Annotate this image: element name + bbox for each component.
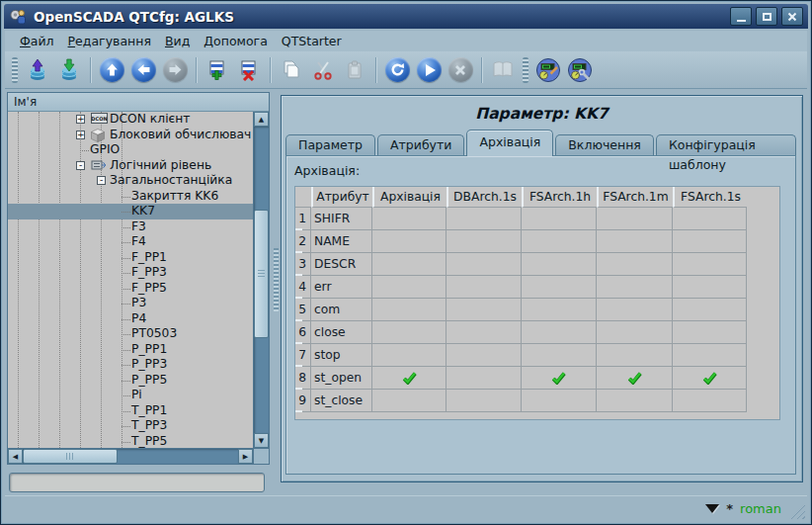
load-from-db-button[interactable] bbox=[23, 55, 52, 85]
archive-check-cell[interactable] bbox=[447, 299, 522, 321]
tray-triangle-icon[interactable] bbox=[705, 504, 719, 513]
attribute-cell[interactable]: DESCR bbox=[311, 253, 372, 276]
archive-check-cell[interactable] bbox=[522, 208, 597, 230]
menu-file[interactable]: Файл bbox=[13, 32, 61, 50]
scroll-track[interactable] bbox=[23, 449, 238, 464]
tree-item-dcon[interactable]: +DCONDCON клієнт bbox=[8, 112, 253, 128]
archive-check-cell[interactable] bbox=[372, 276, 447, 299]
column-header[interactable]: Архівація bbox=[372, 187, 447, 208]
tree-item-ppp5[interactable]: P_PP5 bbox=[8, 373, 253, 389]
tree-item-fpp3[interactable]: F_PP3 bbox=[8, 265, 253, 281]
collapse-icon[interactable]: - bbox=[97, 176, 106, 185]
menu-help[interactable]: Допомога bbox=[197, 32, 275, 50]
attribute-cell[interactable]: close bbox=[311, 321, 372, 344]
archive-check-cell[interactable] bbox=[597, 208, 673, 230]
resize-grip[interactable] bbox=[790, 504, 805, 519]
scroll-up-button[interactable]: ▲ bbox=[254, 112, 269, 127]
menu-qtstarter[interactable]: QTStarter bbox=[275, 32, 349, 50]
archive-check-cell[interactable] bbox=[673, 390, 747, 412]
tree-item-p4[interactable]: P4 bbox=[8, 311, 253, 327]
archive-check-cell[interactable] bbox=[447, 253, 522, 276]
attribute-cell[interactable]: SHIFR bbox=[311, 208, 372, 230]
archive-check-cell[interactable] bbox=[522, 321, 597, 344]
archive-check-cell[interactable] bbox=[522, 230, 597, 253]
tree-item-fpp1[interactable]: F_PP1 bbox=[8, 250, 253, 266]
archive-check-cell[interactable] bbox=[372, 390, 447, 412]
column-header[interactable]: FSArch.1m bbox=[597, 187, 673, 208]
archive-check-cell[interactable] bbox=[673, 344, 747, 367]
archive-check-cell[interactable] bbox=[372, 299, 447, 321]
titlebar[interactable]: OpenSCADA QTCfg: AGLKS bbox=[4, 4, 808, 29]
scroll-track[interactable] bbox=[254, 127, 269, 433]
archive-check-cell[interactable] bbox=[597, 367, 673, 390]
refresh-button[interactable] bbox=[382, 55, 412, 85]
row-number[interactable]: 4 bbox=[295, 276, 311, 299]
archive-check-cell[interactable] bbox=[372, 230, 447, 253]
attribute-cell[interactable]: NAME bbox=[311, 230, 372, 253]
archive-check-cell[interactable] bbox=[522, 367, 597, 390]
archive-check-cell[interactable] bbox=[372, 253, 447, 276]
collapse-icon[interactable]: - bbox=[76, 161, 85, 170]
column-header[interactable]: FSArch.1h bbox=[522, 187, 597, 208]
minimize-button[interactable] bbox=[730, 7, 752, 26]
archive-check-cell[interactable] bbox=[447, 230, 522, 253]
tree-item-node[interactable]: -Загальностанційка bbox=[8, 173, 253, 189]
qtstarter-qtcfg-button[interactable] bbox=[533, 55, 563, 85]
tab-конфігурація-шаблону[interactable]: Конфігурація шаблону bbox=[656, 134, 796, 155]
tree-item-tpp1[interactable]: T_PP1 bbox=[8, 403, 253, 419]
archive-check-cell[interactable] bbox=[372, 321, 447, 344]
attribute-cell[interactable]: err bbox=[311, 276, 372, 299]
archive-check-cell[interactable] bbox=[597, 230, 673, 253]
archive-check-cell[interactable] bbox=[597, 344, 673, 367]
archive-check-cell[interactable] bbox=[673, 367, 747, 390]
item-add-button[interactable] bbox=[203, 55, 232, 85]
row-number[interactable]: 3 bbox=[295, 253, 311, 276]
table-corner-header[interactable] bbox=[295, 187, 311, 208]
go-up-button[interactable] bbox=[97, 55, 126, 85]
archive-check-cell[interactable] bbox=[673, 230, 747, 253]
archive-check-cell[interactable] bbox=[447, 276, 522, 299]
tab-атрибути[interactable]: Атрибути bbox=[377, 134, 464, 155]
tree-item-tpp5[interactable]: T_PP5 bbox=[8, 434, 253, 449]
archive-check-cell[interactable] bbox=[522, 390, 597, 412]
tree-item-tpp3[interactable]: T_PP3 bbox=[8, 418, 253, 434]
item-copy-button[interactable] bbox=[277, 55, 306, 85]
tab-включення[interactable]: Включення bbox=[555, 134, 654, 155]
tree-item-pt0503[interactable]: PT0503 bbox=[8, 326, 253, 342]
tree-item-gpio[interactable]: GPIO bbox=[8, 142, 253, 158]
scroll-down-button[interactable]: ▼ bbox=[254, 433, 269, 448]
toolbar-handle[interactable] bbox=[12, 57, 18, 83]
archive-check-cell[interactable] bbox=[372, 367, 447, 390]
item-cut-button[interactable] bbox=[308, 55, 338, 85]
menu-view[interactable]: Вид bbox=[158, 32, 197, 50]
row-number[interactable]: 8 bbox=[295, 367, 311, 390]
attribute-cell[interactable]: st_close bbox=[311, 390, 372, 412]
archive-check-cell[interactable] bbox=[673, 253, 747, 276]
archive-check-cell[interactable] bbox=[597, 276, 673, 299]
toolbar-handle[interactable] bbox=[523, 57, 528, 83]
tab-параметр[interactable]: Параметр bbox=[285, 134, 375, 155]
expand-icon[interactable]: + bbox=[76, 131, 85, 139]
item-del-button[interactable] bbox=[234, 55, 264, 85]
row-number[interactable]: 9 bbox=[295, 390, 311, 412]
archive-check-cell[interactable] bbox=[597, 390, 673, 412]
tab-архівація[interactable]: Архівація bbox=[466, 130, 553, 156]
tree-item-ppp3[interactable]: P_PP3 bbox=[8, 357, 253, 373]
go-back-button[interactable] bbox=[128, 55, 158, 85]
archive-check-cell[interactable] bbox=[447, 390, 522, 412]
row-number[interactable]: 7 bbox=[295, 344, 311, 367]
tree-filter-input[interactable] bbox=[9, 473, 265, 492]
tree-item-node[interactable]: -Логічний рівень bbox=[8, 158, 253, 174]
archive-check-cell[interactable] bbox=[522, 276, 597, 299]
archive-check-cell[interactable] bbox=[597, 321, 673, 344]
archive-check-cell[interactable] bbox=[447, 344, 522, 367]
tree-horizontal-scrollbar[interactable]: ◀ ▶ bbox=[8, 448, 253, 464]
maximize-button[interactable] bbox=[756, 7, 777, 26]
archive-check-cell[interactable] bbox=[597, 299, 673, 321]
menu-edit[interactable]: Редагування bbox=[61, 32, 158, 50]
tree-item-p3[interactable]: P3 bbox=[8, 296, 253, 311]
expand-icon[interactable]: + bbox=[76, 115, 85, 124]
tree-header[interactable]: Ім'я bbox=[8, 93, 269, 112]
row-number[interactable]: 2 bbox=[295, 230, 311, 253]
scroll-left-button[interactable]: ◀ bbox=[8, 449, 23, 464]
